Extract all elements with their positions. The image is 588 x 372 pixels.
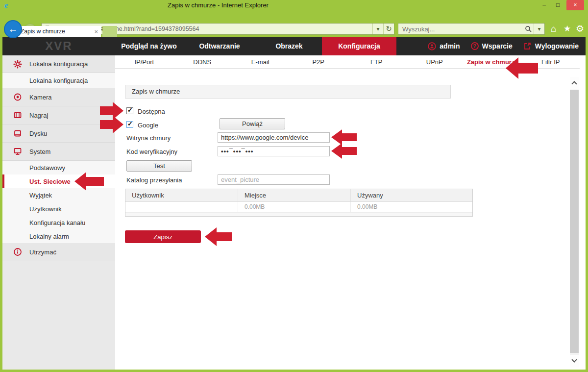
info-icon: [13, 248, 22, 256]
verify-code-label: Kod weryfikacyjny: [126, 148, 177, 155]
new-tab-button[interactable]: [102, 26, 117, 37]
panel-title: Zapis w chmurze: [125, 85, 451, 99]
user-icon: [428, 42, 436, 50]
check-icon: ✓: [127, 120, 133, 127]
nav-item-obrazek[interactable]: Obrazek: [256, 37, 322, 55]
table-header-row: Użytkownik Miejsce Używany: [125, 189, 472, 202]
sidebar-item-label: Podstawowy: [29, 164, 65, 172]
web-page: XVR Podgląd na żywo Odtwarzanie Obrazek …: [2, 37, 586, 370]
google-checkbox[interactable]: ✓: [126, 121, 133, 128]
sidebar-item-uzytkownik[interactable]: Użytkownik: [2, 202, 115, 216]
sidebar-item-label: Użytkownik: [29, 205, 62, 213]
support-label: Wsparcie: [482, 42, 513, 50]
scroll-up-button[interactable]: [570, 77, 579, 90]
cell-user: [125, 202, 238, 212]
camera-icon: [13, 93, 22, 101]
back-button[interactable]: ←: [4, 20, 22, 38]
sidebar-item-konfiguracja-kanalu[interactable]: Konfiguracja kanału: [2, 216, 115, 229]
google-checkbox-label: Google: [138, 122, 158, 129]
sidebar-item-system[interactable]: System: [2, 143, 115, 161]
window-title: Zapis w chmurze - Internet Explorer: [0, 1, 436, 9]
available-checkbox[interactable]: ✓: [126, 107, 133, 114]
tab-title: Zapis w chmurze: [18, 28, 94, 35]
sidebar-item-label: Dysku: [29, 130, 47, 137]
bind-button[interactable]: Powiąż: [220, 118, 285, 129]
arrow-subnav-zapis: [506, 57, 538, 79]
minimize-button[interactable]: –: [538, 0, 551, 10]
usage-table: Użytkownik Miejsce Używany 0.00MB 0.00MB: [125, 189, 473, 217]
tab-close-icon[interactable]: ×: [94, 28, 98, 35]
available-checkbox-label: Dostępna: [138, 108, 165, 115]
sidebar-item-label: Wyjątek: [29, 192, 52, 199]
support-link[interactable]: ? Wsparcie: [471, 42, 513, 50]
arrow-save-button: [205, 227, 232, 246]
column-header-space: Miejsce: [238, 189, 351, 201]
subnav-item-p2p[interactable]: P2P: [290, 55, 348, 69]
admin-menu[interactable]: admin: [428, 42, 460, 50]
close-button[interactable]: ×: [566, 0, 584, 10]
sidebar-item-label: Kamera: [29, 94, 52, 101]
sidebar-item-lokalna-konfiguracja-sub[interactable]: Lokalna konfiguracja: [2, 73, 115, 88]
admin-label: admin: [440, 42, 460, 50]
content-area: [115, 69, 586, 370]
subnav-item-ddns[interactable]: DDNS: [173, 55, 232, 69]
subnav-item-email[interactable]: E-mail: [231, 55, 290, 69]
cloud-site-input[interactable]: [218, 132, 330, 143]
sidebar-item-label: Utrzymać: [29, 248, 56, 256]
sidebar-item-label: Lokalna konfiguracja: [29, 77, 88, 84]
table-footer-strip: [125, 213, 472, 216]
gear-icon: [13, 60, 22, 69]
logout-label: Wylogowanie: [535, 42, 579, 50]
cloud-site-label: Witryna chmury: [126, 134, 171, 142]
column-header-user: Użytkownik: [125, 189, 238, 201]
app-navbar: XVR Podgląd na żywo Odtwarzanie Obrazek …: [2, 37, 586, 55]
upload-dir-input[interactable]: [218, 174, 330, 185]
help-icon: ?: [471, 42, 479, 50]
sidebar-item-label: Nagraj: [29, 112, 48, 119]
sidebar-item-kamera[interactable]: Kamera: [2, 88, 115, 106]
page-scrollbar[interactable]: [570, 77, 579, 368]
tab-strip: Zapis w chmurze ×: [0, 26, 588, 37]
check-icon: ✓: [127, 106, 133, 114]
logout-link[interactable]: Wylogowanie: [523, 42, 579, 50]
column-header-used: Używany: [351, 189, 472, 201]
title-bar: e Zapis w chmurze - Internet Explorer – …: [0, 0, 588, 11]
verify-code-input[interactable]: [218, 146, 330, 156]
nav-item-podglad-na-zywo[interactable]: Podgląd na żywo: [115, 37, 183, 55]
arrow-verify-code-input: [331, 143, 357, 159]
tab-zapis-w-chmurze[interactable]: Zapis w chmurze ×: [10, 26, 101, 37]
scroll-down-button[interactable]: [570, 355, 579, 368]
sidebar-item-label: System: [29, 148, 50, 155]
sidebar-item-lokalna-konfiguracja[interactable]: Lokalna konfiguracja: [2, 55, 115, 73]
sidebar-item-label: Lokalny alarm: [29, 233, 69, 240]
monitor-icon: [13, 147, 22, 156]
sidebar-item-utrzymac[interactable]: Utrzymać: [2, 243, 115, 261]
logout-icon: [523, 42, 532, 50]
sidebar-item-lokalny-alarm[interactable]: Lokalny alarm: [2, 229, 115, 243]
nav-item-odtwarzanie[interactable]: Odtwarzanie: [183, 37, 256, 55]
sidebar: Lokalna konfiguracja Lokalna konfiguracj…: [2, 55, 115, 370]
maximize-button[interactable]: □: [551, 0, 564, 10]
record-icon: [13, 111, 22, 120]
test-button[interactable]: Test: [126, 160, 192, 172]
disk-icon: [13, 129, 22, 138]
arrow-ust-sieciowe: [74, 172, 104, 191]
table-row: 0.00MB 0.00MB: [125, 202, 472, 213]
cell-space: 0.00MB: [238, 202, 351, 212]
scrollbar-thumb[interactable]: [570, 90, 579, 353]
sidebar-item-label: Lokalna konfiguracja: [29, 60, 88, 68]
sidebar-item-label: Ust. Sieciowe: [29, 178, 71, 185]
subnav-item-ftp[interactable]: FTP: [347, 55, 406, 69]
save-button[interactable]: Zapisz: [125, 230, 201, 243]
subnav-item-ip-port[interactable]: IP/Port: [115, 55, 173, 69]
sidebar-item-dysku[interactable]: Dysku: [2, 124, 115, 143]
arrow-google-checkbox: [100, 116, 123, 133]
browser-toolbar: ← → http://192.168.1.88/frame.html?rand=…: [0, 11, 588, 27]
nav-item-konfiguracja[interactable]: Konfiguracja: [322, 37, 396, 55]
upload-dir-label: Katalog przesyłania: [126, 176, 182, 184]
app-logo: XVR: [2, 37, 115, 55]
subnav-item-upnp[interactable]: UPnP: [406, 55, 464, 69]
cell-used: 0.00MB: [351, 202, 472, 212]
sidebar-item-nagraj[interactable]: Nagraj: [2, 106, 115, 124]
sidebar-item-label: Konfiguracja kanału: [29, 219, 85, 226]
